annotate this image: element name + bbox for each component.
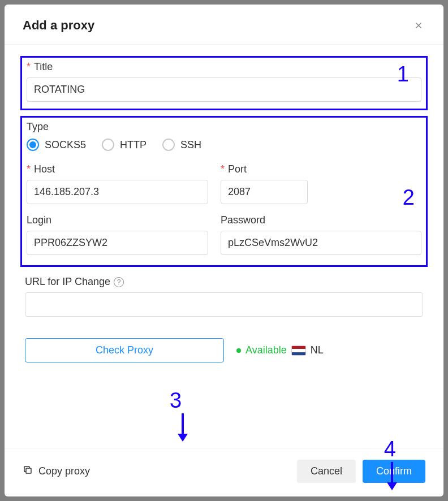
type-radio-row: SOCKS5 HTTP SSH xyxy=(27,139,421,151)
status-country-code: NL xyxy=(311,344,324,356)
login-field-group: Login xyxy=(27,214,208,255)
svg-marker-1 xyxy=(178,434,188,442)
status-dot-icon xyxy=(236,348,241,353)
modal-footer: Copy proxy Cancel Confirm xyxy=(5,448,443,496)
host-label-row: * Host xyxy=(27,163,208,175)
check-proxy-row: Check Proxy Available NL xyxy=(20,338,428,362)
close-icon xyxy=(413,20,424,31)
annotation-2: 2 xyxy=(403,185,415,210)
radio-icon xyxy=(27,139,39,151)
type-label: Type xyxy=(27,121,421,133)
radio-label-http: HTTP xyxy=(120,139,147,151)
flag-nl-icon xyxy=(291,345,306,356)
copy-proxy-button[interactable]: Copy proxy xyxy=(23,465,90,478)
title-input[interactable] xyxy=(27,77,421,102)
connection-section-box: Type SOCKS5 HTTP SSH * xyxy=(20,116,428,267)
radio-label-socks5: SOCKS5 xyxy=(45,139,86,151)
url-change-label-row: URL for IP Change ? xyxy=(25,276,423,288)
footer-buttons: Cancel Confirm xyxy=(297,460,425,483)
login-label: Login xyxy=(27,214,208,226)
cancel-button[interactable]: Cancel xyxy=(297,460,356,483)
required-star-icon: * xyxy=(27,61,31,73)
type-radio-ssh[interactable]: SSH xyxy=(162,139,201,151)
password-label: Password xyxy=(221,214,421,226)
radio-icon xyxy=(162,139,175,151)
svg-rect-4 xyxy=(26,468,31,473)
copy-icon xyxy=(23,465,33,478)
url-change-label: URL for IP Change xyxy=(25,276,110,288)
radio-icon xyxy=(102,139,114,151)
required-star-icon: * xyxy=(27,163,31,175)
help-icon[interactable]: ? xyxy=(114,277,124,287)
radio-label-ssh: SSH xyxy=(180,139,201,151)
type-radio-http[interactable]: HTTP xyxy=(102,139,147,151)
modal-title: Add a proxy xyxy=(23,18,94,33)
title-label-row: * Title xyxy=(27,61,421,73)
port-field-group: * Port xyxy=(221,163,308,204)
host-label: Host xyxy=(34,163,55,175)
annotation-1: 1 xyxy=(397,62,409,87)
port-label-row: * Port xyxy=(221,163,308,175)
host-input[interactable] xyxy=(27,180,208,204)
annotation-3-arrow-icon xyxy=(174,411,191,443)
password-field-group: Password xyxy=(221,214,421,255)
copy-proxy-label: Copy proxy xyxy=(38,465,90,477)
type-radio-socks5[interactable]: SOCKS5 xyxy=(27,139,86,151)
login-input[interactable] xyxy=(27,231,208,255)
status-available-text: Available xyxy=(245,344,287,356)
annotation-3: 3 xyxy=(170,388,182,413)
host-field-group: * Host xyxy=(27,163,208,204)
required-star-icon: * xyxy=(221,163,225,175)
title-section-box: * Title 1 xyxy=(20,56,428,110)
port-label: Port xyxy=(228,163,247,175)
close-button[interactable] xyxy=(412,19,425,32)
url-change-input[interactable] xyxy=(25,292,423,317)
modal-header: Add a proxy xyxy=(5,5,443,45)
password-input[interactable] xyxy=(221,231,421,255)
host-port-row: * Host * Port xyxy=(27,163,421,204)
url-change-section: URL for IP Change ? xyxy=(20,273,428,317)
title-label: Title xyxy=(34,61,53,73)
check-proxy-button[interactable]: Check Proxy xyxy=(25,338,224,362)
modal-body: * Title 1 Type SOCKS5 HTTP SSH xyxy=(5,45,443,448)
login-password-row: Login Password xyxy=(27,214,421,255)
confirm-button[interactable]: Confirm xyxy=(363,460,425,483)
proxy-status: Available NL xyxy=(236,344,324,356)
port-input[interactable] xyxy=(221,180,308,204)
add-proxy-modal: Add a proxy * Title 1 Type SOCKS5 xyxy=(5,5,443,496)
